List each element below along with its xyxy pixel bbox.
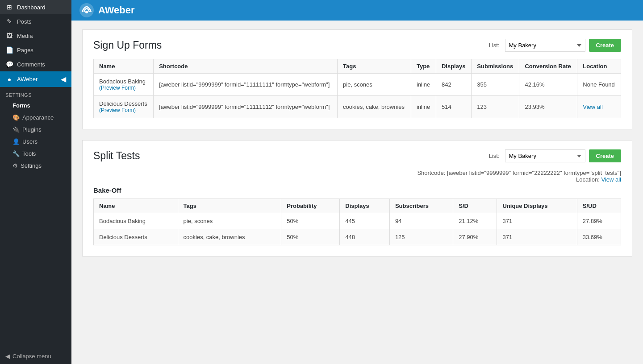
settings-icon: ⚙ (13, 162, 18, 169)
sidebar-item-media[interactable]: 🖼 Media (0, 29, 71, 43)
table-row: Bodacious Baking(Preview Form)[aweber li… (94, 74, 621, 96)
media-icon: 🖼 (5, 32, 13, 39)
collapse-label: Collapse menu (13, 353, 51, 360)
split-tests-list-select[interactable]: My Bakery (505, 149, 585, 162)
split-test-meta: Shortcode: [aweber listid="9999999" form… (93, 170, 621, 183)
users-label: Users (22, 138, 38, 145)
sidebar-item-label: Posts (17, 18, 32, 25)
probability-cell: 50% (281, 229, 340, 245)
tools-icon: 🔧 (13, 150, 20, 157)
plugins-label: Plugins (22, 126, 42, 133)
preview-form-link[interactable]: (Preview Form) (99, 107, 136, 113)
conversion-rate-cell: 42.16% (519, 74, 577, 96)
form-name: Delicious Desserts (99, 100, 148, 107)
st-col-probability: Probability (281, 199, 340, 213)
topbar: AWeber (71, 0, 643, 21)
col-tags: Tags (338, 59, 411, 74)
split-tests-header-row: Name Tags Probability Displays Subscribe… (94, 199, 621, 213)
shortcode-label: Shortcode: (417, 170, 445, 176)
sd-cell: 27.90% (453, 229, 497, 245)
col-submissions: Submissions (472, 59, 519, 74)
st-col-sd: S/D (453, 199, 497, 213)
sidebar-sub-item-appearance[interactable]: 🎨 Appearance (0, 112, 71, 124)
col-name: Name (94, 59, 154, 74)
sud-cell: 33.69% (577, 229, 621, 245)
sidebar-item-label: Media (17, 33, 33, 39)
st-col-displays: Displays (340, 199, 390, 213)
signup-forms-table: Name Shortcode Tags Type Displays Submis… (93, 59, 621, 118)
sidebar-sub-item-settings[interactable]: ⚙ Settings (0, 160, 71, 172)
collapse-arrow-icon: ◀ (5, 353, 10, 360)
tags-cell: cookies, cake, brownies (178, 229, 281, 245)
sidebar-sub-item-forms[interactable]: Forms (0, 99, 71, 112)
location-link[interactable]: View all (583, 103, 603, 110)
sidebar-item-label: Comments (17, 61, 45, 68)
signup-forms-create-button[interactable]: Create (589, 39, 621, 52)
sidebar-item-aweber[interactable]: ● AWeber ◀ (0, 71, 71, 87)
location-view-all-link[interactable]: View all (601, 176, 621, 183)
type-cell: inline (411, 74, 436, 96)
pages-icon: 📄 (5, 46, 13, 54)
split-tests-table: Name Tags Probability Displays Subscribe… (93, 199, 621, 245)
sidebar-item-posts[interactable]: ✎ Posts (0, 14, 71, 29)
sd-cell: 21.12% (453, 213, 497, 229)
signup-form-name-cell: Delicious Desserts(Preview Form) (94, 96, 154, 118)
comments-icon: 💬 (5, 61, 13, 68)
submissions-cell: 355 (472, 74, 519, 96)
content-area: Sign Up Forms List: My Bakery Create Nam… (71, 21, 643, 364)
sidebar-item-pages[interactable]: 📄 Pages (0, 43, 71, 57)
form-name: Bodacious Baking (99, 78, 148, 85)
sidebar-sub-item-tools[interactable]: 🔧 Tools (0, 148, 71, 160)
collapse-menu-button[interactable]: ◀ Collapse menu (0, 348, 71, 364)
tools-label: Tools (22, 150, 36, 157)
aweber-logo: AWeber (79, 2, 135, 18)
split-tests-title: Split Tests (93, 150, 140, 162)
split-tests-create-button[interactable]: Create (589, 149, 621, 162)
unique_displays-cell: 371 (497, 213, 577, 229)
forms-label: Forms (13, 102, 30, 109)
sidebar-sub-item-plugins[interactable]: 🔌 Plugins (0, 124, 71, 136)
st-col-subscribers: Subscribers (389, 199, 453, 213)
sidebar-sub-item-users[interactable]: 👤 Users (0, 136, 71, 148)
settings-section-label: Settings (0, 87, 71, 99)
aweber-logo-text: AWeber (98, 4, 135, 16)
st-col-sud: S/UD (577, 199, 621, 213)
col-location: Location (577, 59, 621, 74)
sidebar-item-dashboard[interactable]: ⊞ Dashboard (0, 0, 71, 14)
signup-forms-title: Sign Up Forms (93, 39, 162, 51)
type-cell: inline (411, 96, 436, 118)
svg-point-1 (85, 11, 88, 13)
split-tests-header: Split Tests List: My Bakery Create (93, 149, 621, 162)
sidebar-item-label: Pages (17, 47, 33, 54)
aweber-icon: ● (5, 76, 13, 83)
plugins-icon: 🔌 (13, 126, 20, 133)
displays-cell: 448 (340, 229, 390, 245)
split-tests-list-label: List: (489, 153, 500, 159)
signup-forms-list-label: List: (489, 42, 500, 49)
subscribers-cell: 125 (389, 229, 453, 245)
sidebar-item-comments[interactable]: 💬 Comments (0, 57, 71, 71)
split-test-name: Bake-Off (93, 186, 621, 194)
unique_displays-cell: 371 (497, 229, 577, 245)
preview-form-link[interactable]: (Preview Form) (99, 85, 136, 91)
aweber-arrow-icon: ◀ (61, 75, 66, 83)
shortcode-cell: [aweber listid="9999999" formid="1111111… (154, 96, 338, 118)
probability-cell: 50% (281, 213, 340, 229)
signup-forms-list-select[interactable]: My Bakery (505, 39, 585, 52)
location-cell: View all (577, 96, 621, 118)
settings-label: Settings (21, 162, 42, 169)
displays-cell: 514 (436, 96, 471, 118)
sidebar-item-label: Dashboard (17, 4, 46, 11)
table-row: Bodacious Bakingpie, scones50%4459421.12… (94, 213, 621, 229)
col-displays: Displays (436, 59, 471, 74)
tags-cell: pie, scones (178, 213, 281, 229)
signup-forms-table-header-row: Name Shortcode Tags Type Displays Submis… (94, 59, 621, 74)
posts-icon: ✎ (5, 18, 13, 25)
tags-cell: pie, scones (338, 74, 411, 96)
sud-cell: 27.89% (577, 213, 621, 229)
location-label: Location: (576, 176, 600, 183)
split-tests-controls: List: My Bakery Create (489, 149, 621, 162)
appearance-icon: 🎨 (13, 114, 20, 121)
sidebar-item-label: AWeber (17, 76, 38, 83)
st-col-unique-displays: Unique Displays (497, 199, 577, 213)
